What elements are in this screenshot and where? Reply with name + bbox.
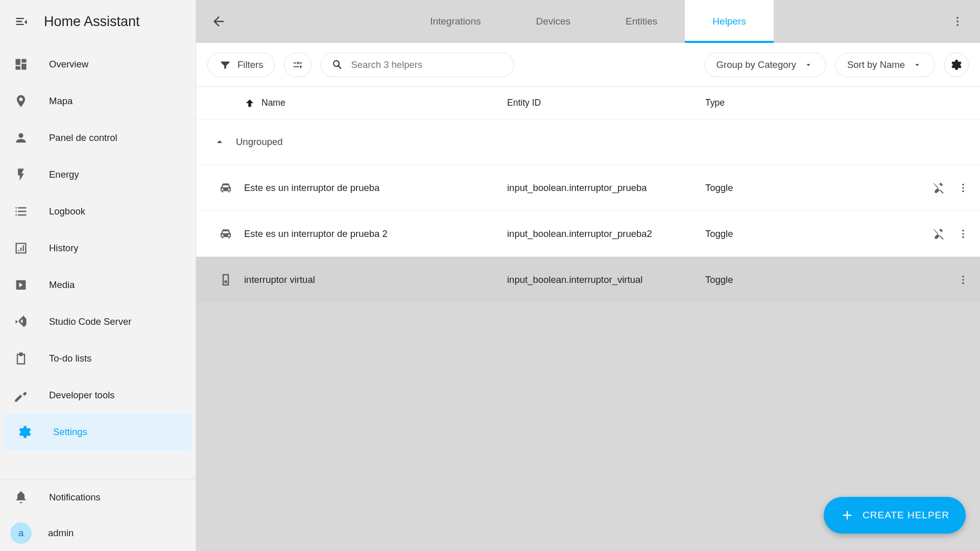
filters-label: Filters [237, 59, 263, 70]
row-type: Toggle [705, 228, 902, 239]
app-title: Home Assistant [44, 14, 140, 30]
sidebar-item-label: History [49, 243, 79, 254]
sidebar-item-overview[interactable]: Overview [0, 46, 196, 83]
row-name: interruptor virtual [244, 274, 507, 285]
overflow-menu-button[interactable] [945, 9, 970, 34]
tab-entities[interactable]: Entities [598, 0, 685, 43]
sidebar-item-studio-code[interactable]: Studio Code Server [0, 303, 196, 340]
sidebar-item-energy[interactable]: Energy [0, 156, 196, 193]
sidebar-item-todo[interactable]: To-do lists [0, 340, 196, 377]
row-entity-id: input_boolean.interruptor_prueba2 [507, 228, 705, 239]
group-collapse-toggle[interactable] [207, 136, 232, 148]
sidebar-item-label: Energy [49, 169, 79, 180]
tab-helpers[interactable]: Helpers [685, 0, 773, 43]
column-header-name[interactable]: Name [244, 98, 507, 109]
svg-point-3 [962, 183, 964, 185]
dots-vertical-icon [951, 15, 964, 28]
group-by-button[interactable]: Group by Category [705, 53, 826, 77]
sidebar-item-media[interactable]: Media [0, 267, 196, 303]
table-row[interactable]: Este es un interruptor de prueba input_b… [196, 164, 980, 210]
menu-toggle-button[interactable] [13, 13, 30, 30]
row-type: Toggle [705, 274, 902, 285]
sidebar-item-label: Studio Code Server [49, 316, 131, 327]
row-menu-button[interactable] [958, 228, 969, 239]
arrow-left-icon [211, 14, 226, 29]
helpers-table: Name Entity ID Type Ungrouped Este es un… [196, 87, 980, 302]
column-label: Name [261, 98, 285, 108]
svg-point-1 [957, 20, 959, 22]
car-icon [207, 226, 244, 242]
tab-devices[interactable]: Devices [508, 0, 598, 43]
svg-point-7 [962, 233, 964, 235]
row-menu-button[interactable] [958, 274, 969, 285]
svg-point-9 [962, 275, 964, 277]
search-box[interactable] [321, 53, 514, 77]
filter-settings-button[interactable] [284, 53, 312, 77]
account-icon [13, 130, 29, 146]
sidebar-item-developer-tools[interactable]: Developer tools [0, 377, 196, 414]
row-menu-button[interactable] [958, 182, 969, 194]
create-helper-fab[interactable]: CREATE HELPER [824, 497, 966, 534]
column-header-entity[interactable]: Entity ID [507, 98, 705, 108]
table-settings-button[interactable] [944, 53, 969, 77]
dashboard-icon [13, 57, 29, 72]
toolbar: Filters Group by Category Sort by Name [196, 43, 980, 87]
svg-point-0 [957, 17, 959, 19]
search-input[interactable] [351, 59, 504, 70]
main-content: Integrations Devices Entities Helpers Fi… [196, 0, 980, 551]
sidebar-item-settings[interactable]: Settings [4, 414, 192, 450]
tab-label: Integrations [430, 16, 481, 27]
edit-disabled-icon[interactable] [932, 181, 945, 195]
sidebar-item-panel[interactable]: Panel de control [0, 119, 196, 156]
code-icon [13, 314, 29, 329]
chevron-down-icon [911, 59, 923, 71]
sidebar-item-notifications[interactable]: Notifications [0, 480, 196, 515]
sidebar-item-user[interactable]: a admin [0, 515, 196, 551]
search-icon [331, 59, 344, 71]
sidebar-items: Overview Mapa Panel de control Energy Lo… [0, 43, 196, 479]
tab-label: Devices [536, 16, 570, 27]
flash-icon [13, 167, 29, 182]
sort-by-button[interactable]: Sort by Name [835, 53, 935, 77]
svg-point-10 [962, 279, 964, 281]
fab-label: CREATE HELPER [863, 510, 949, 521]
group-row[interactable]: Ungrouped [196, 119, 980, 164]
sidebar-item-label: Overview [49, 59, 88, 70]
group-by-label: Group by Category [716, 59, 796, 70]
table-row[interactable]: interruptor virtual input_boolean.interr… [196, 256, 980, 302]
sidebar: Home Assistant Overview Mapa Panel de co… [0, 0, 196, 551]
svg-point-4 [962, 187, 964, 189]
gear-icon [950, 59, 963, 71]
svg-point-5 [962, 190, 964, 192]
arrow-up-icon [244, 98, 255, 109]
chart-icon [13, 241, 29, 256]
tab-label: Entities [626, 16, 657, 27]
row-entity-id: input_boolean.interruptor_prueba [507, 182, 705, 194]
clipboard-icon [13, 351, 29, 366]
svg-point-2 [957, 24, 959, 26]
sort-by-label: Sort by Name [847, 59, 905, 70]
map-icon [13, 93, 29, 109]
gear-icon [17, 424, 33, 440]
hammer-icon [13, 388, 29, 403]
tab-integrations[interactable]: Integrations [402, 0, 508, 43]
back-button[interactable] [206, 9, 231, 34]
filters-button[interactable]: Filters [207, 53, 275, 77]
edit-disabled-icon[interactable] [932, 227, 945, 241]
sidebar-item-history[interactable]: History [0, 230, 196, 267]
column-header-type[interactable]: Type [705, 98, 902, 108]
plus-icon [840, 508, 854, 522]
switch-icon [207, 272, 244, 288]
sidebar-footer: Notifications a admin [0, 479, 196, 551]
svg-point-6 [962, 229, 964, 231]
sidebar-header: Home Assistant [0, 0, 196, 43]
chevron-up-icon [213, 136, 226, 148]
table-row[interactable]: Este es un interruptor de prueba 2 input… [196, 210, 980, 256]
car-icon [207, 180, 244, 196]
topbar: Integrations Devices Entities Helpers [196, 0, 980, 43]
column-label: Entity ID [507, 98, 541, 108]
sidebar-item-mapa[interactable]: Mapa [0, 83, 196, 119]
sidebar-item-logbook[interactable]: Logbook [0, 193, 196, 230]
row-type: Toggle [705, 182, 902, 194]
filter-icon [219, 59, 231, 71]
